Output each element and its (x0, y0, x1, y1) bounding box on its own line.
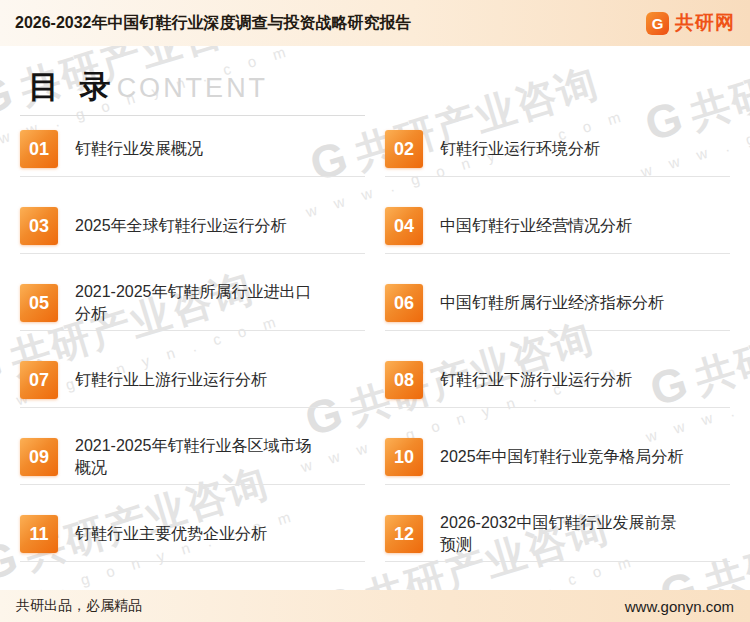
header-bar: 2026-2032年中国钉鞋行业深度调查与投资战略研究报告 G 共研网 (0, 0, 750, 46)
toc-heading: 目 录 CONTENT (28, 66, 268, 108)
toc-number-badge: 08 (385, 361, 423, 399)
footer-slogan: 共研出品，必属精品 (16, 597, 142, 615)
toc-item-02: 02 钉鞋行业运行环境分析 (385, 122, 730, 199)
logo-text: 共研网 (675, 10, 735, 36)
toc-number-badge: 11 (20, 515, 58, 553)
toc-number-badge: 06 (385, 284, 423, 322)
toc-number-badge: 10 (385, 438, 423, 476)
toc-item-10: 10 2025年中国钉鞋行业竞争格局分析 (385, 430, 730, 507)
toc-item-05: 05 2021-2025年钉鞋所属行业进出口分析 (20, 276, 365, 353)
toc-item-label: 钉鞋行业主要优势企业分析 (75, 523, 267, 545)
toc-item-label: 2025年全球钉鞋行业运行分析 (75, 215, 287, 237)
toc-number-badge: 04 (385, 207, 423, 245)
toc-item-03: 03 2025年全球钉鞋行业运行分析 (20, 199, 365, 276)
heading-divider (20, 115, 365, 116)
toc-item-label: 钉鞋行业上游行业运行分析 (75, 369, 267, 391)
toc-heading-cn: 目 录 (28, 66, 117, 108)
toc-heading-en: CONTENT (117, 73, 269, 104)
toc-item-label: 中国钉鞋所属行业经济指标分析 (440, 292, 664, 314)
toc-item-12: 12 2026-2032中国钉鞋行业发展前景预测 (385, 507, 730, 584)
toc-number-badge: 05 (20, 284, 58, 322)
gonyn-logo: G 共研网 (646, 10, 735, 36)
toc-item-07: 07 钉鞋行业上游行业运行分析 (20, 353, 365, 430)
toc-number-badge: 03 (20, 207, 58, 245)
toc-item-08: 08 钉鞋行业下游行业运行分析 (385, 353, 730, 430)
footer-bar: 共研出品，必属精品 www.gonyn.com (0, 590, 750, 622)
toc-item-09: 09 2021-2025年钉鞋行业各区域市场概况 (20, 430, 365, 507)
toc-number-badge: 02 (385, 130, 423, 168)
logo-g-icon: G (646, 12, 669, 35)
report-title: 2026-2032年中国钉鞋行业深度调查与投资战略研究报告 (15, 13, 412, 34)
toc-number-badge: 07 (20, 361, 58, 399)
toc-number-badge: 12 (385, 515, 423, 553)
toc-item-label: 2021-2025年钉鞋行业各区域市场概况 (75, 435, 327, 480)
toc-item-label: 钉鞋行业下游行业运行分析 (440, 369, 632, 391)
toc-item-label: 钉鞋行业发展概况 (75, 138, 203, 160)
toc-item-11: 11 钉鞋行业主要优势企业分析 (20, 507, 365, 584)
toc-grid: 01 钉鞋行业发展概况 02 钉鞋行业运行环境分析 03 2025年全球钉鞋行业… (20, 122, 730, 584)
toc-number-badge: 01 (20, 130, 58, 168)
toc-number-badge: 09 (20, 438, 58, 476)
toc-item-label: 2026-2032中国钉鞋行业发展前景预测 (440, 512, 692, 557)
footer-url: www.gonyn.com (625, 598, 734, 615)
toc-item-label: 钉鞋行业运行环境分析 (440, 138, 600, 160)
toc-item-label: 2025年中国钉鞋行业竞争格局分析 (440, 446, 684, 468)
toc-item-04: 04 中国钉鞋行业经营情况分析 (385, 199, 730, 276)
toc-item-01: 01 钉鞋行业发展概况 (20, 122, 365, 199)
toc-item-label: 2021-2025年钉鞋所属行业进出口分析 (75, 281, 327, 326)
toc-item-label: 中国钉鞋行业经营情况分析 (440, 215, 632, 237)
toc-item-06: 06 中国钉鞋所属行业经济指标分析 (385, 276, 730, 353)
